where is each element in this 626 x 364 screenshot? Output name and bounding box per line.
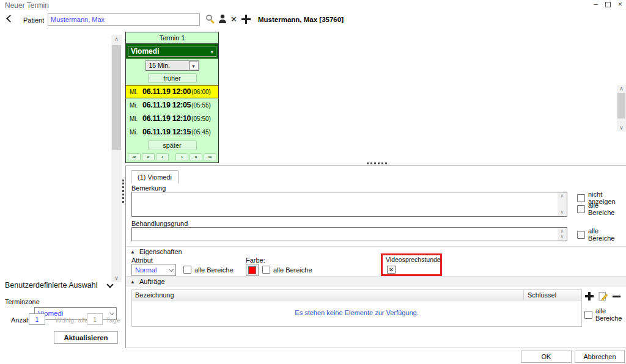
footer-divider (125, 348, 626, 348)
panel-divider (125, 166, 126, 348)
tage-label: Tage (106, 316, 120, 324)
person-icon[interactable] (218, 14, 227, 24)
wdhlg-label: Wdhlg. alle (55, 316, 88, 324)
alle-bereiche-checkbox[interactable] (577, 231, 585, 239)
chevron-down-icon: ▾ (210, 47, 213, 57)
tab-viomedi[interactable]: (1) Viomedi (131, 170, 179, 184)
nicht-anzeigen-checkbox[interactable] (577, 194, 585, 202)
combo-arrow-icon[interactable]: ▼ (189, 61, 199, 70)
later-row: später (126, 139, 218, 153)
slot-row[interactable]: Mi. 06.11.19 12:10 (05:50) (126, 112, 218, 125)
alle-bereiche-checkbox[interactable] (262, 266, 270, 274)
color-swatch (248, 266, 256, 274)
slot-offset: (06:00) (191, 89, 211, 95)
scroll-up-icon[interactable]: ∧ (558, 193, 567, 199)
nav-prev-page-button[interactable]: ‹‹ (142, 153, 155, 161)
search-icon[interactable] (206, 15, 216, 24)
new-appointment-window: Neuer Termin – × Patient ✕ Mustermann, M… (0, 0, 626, 364)
ok-button[interactable]: OK (521, 351, 572, 363)
scrollbar-thumb[interactable] (112, 45, 121, 150)
close-icon[interactable]: × (618, 1, 622, 8)
table-body: Es stehen keine Elemente zur Verfügung. (132, 300, 581, 326)
appointment-slot-panel: Termin 1 Viomedi ▾ 15 Min. ▼ früher Mi. … (125, 32, 219, 163)
column-bezeichnung[interactable]: Bezeichnung (132, 290, 523, 300)
duration-select[interactable]: 15 Min. ▼ (145, 60, 199, 71)
alle-bereiche-checkbox[interactable] (577, 205, 585, 213)
scroll-down-icon[interactable]: ∨ (558, 209, 567, 216)
behandlungsgrund-field-wrap: ∧ ∨ (131, 227, 567, 241)
nav-next-button[interactable]: › (175, 153, 188, 161)
table-header: Bezeichnung Schlüssel (132, 290, 581, 300)
add-patient-icon[interactable] (241, 15, 251, 24)
remove-order-icon[interactable] (613, 296, 620, 297)
behandlungsgrund-textarea[interactable] (132, 228, 567, 241)
auftraege-title: Aufträge (139, 278, 165, 285)
clear-patient-icon[interactable]: ✕ (230, 15, 237, 24)
bemerkung-scrollbar[interactable]: ∧ ∨ (558, 192, 567, 216)
terminzone-label: Terminzone (5, 298, 40, 305)
scroll-down-icon[interactable]: ∨ (111, 274, 122, 282)
alle-bereiche-checkbox[interactable] (183, 266, 191, 274)
nav-prev-button[interactable]: ‹ (156, 153, 169, 161)
back-chevron-icon[interactable] (6, 15, 14, 23)
attribut-value: Normal (135, 266, 156, 274)
slot-row-selected[interactable]: Mi. 06.11.19 12:00 (06:00) (126, 85, 218, 98)
alle-bereiche-label: alle Bereiche (588, 227, 626, 242)
bemerkung-label: Bemerkung (131, 184, 166, 192)
attribut-label: Attribut (131, 257, 153, 264)
bemerkung-alle-bereiche-option: alle Bereiche (577, 202, 626, 216)
left-scrollbar[interactable]: ∧ ∨ (111, 35, 122, 282)
slot-day: Mi. (130, 89, 142, 95)
alle-bereiche-label: alle Bereiche (595, 307, 626, 322)
minimize-icon[interactable]: – (594, 1, 598, 8)
zone-select[interactable]: Viomedi ▾ (128, 46, 216, 57)
scrollbar-thumb[interactable] (617, 93, 625, 118)
section-divider (126, 246, 626, 247)
videosprechstunde-checkbox[interactable]: ✕ (387, 266, 396, 274)
vertical-splitter-handle[interactable] (122, 180, 124, 203)
maximize-icon[interactable] (605, 2, 611, 7)
right-scrollbar[interactable]: ∧ ∨ (617, 85, 626, 131)
nav-last-button[interactable]: ››› (204, 153, 216, 161)
scroll-up-icon[interactable]: ∧ (111, 35, 122, 43)
chevron-down-icon[interactable] (106, 281, 113, 288)
custom-selection-header[interactable]: Benutzerdefinierte Auswahl (5, 281, 97, 289)
scroll-up-icon[interactable]: ∧ (617, 85, 626, 92)
slot-datetime: 06.11.19 12:00 (142, 87, 191, 96)
cancel-button[interactable]: Abbrechen (575, 351, 625, 363)
eigenschaften-section-header[interactable]: ▲ Eigenschaften (130, 248, 182, 255)
color-picker-button[interactable] (246, 264, 259, 276)
collapse-icon[interactable]: ▲ (130, 249, 135, 255)
slot-row[interactable]: Mi. 06.11.19 12:15 (05:45) (126, 125, 218, 139)
scroll-down-icon[interactable]: ∨ (617, 124, 626, 131)
alle-bereiche-label: alle Bereiche (273, 266, 312, 274)
add-order-icon[interactable] (585, 292, 594, 300)
appointment-title: Termin 1 (126, 32, 218, 44)
slot-datetime: 06.11.19 12:05 (142, 101, 191, 109)
alle-bereiche-checkbox[interactable] (584, 311, 592, 319)
bemerkung-textarea[interactable] (132, 192, 567, 216)
earlier-button[interactable]: früher (148, 73, 197, 83)
behandlungsgrund-scrollbar[interactable]: ∧ ∨ (558, 228, 567, 241)
auftraege-section-header[interactable]: ▲ Aufträge (126, 277, 626, 285)
attribut-select[interactable]: Normal (131, 264, 176, 276)
eigenschaften-title: Eigenschaften (139, 248, 182, 255)
horizontal-splitter-handle[interactable] (367, 162, 387, 164)
collapse-icon[interactable]: ▲ (130, 279, 135, 285)
scroll-down-icon[interactable]: ∨ (558, 234, 567, 240)
auftraege-table: Bezeichnung Schlüssel Es stehen keine El… (131, 289, 582, 327)
videosprechstunde-highlight: Videosprechstunde ✕ (381, 253, 442, 276)
anzahl-input[interactable] (29, 313, 45, 325)
slot-row[interactable]: Mi. 06.11.19 12:05 (05:55) (126, 98, 218, 112)
bemerkung-field-wrap: ∧ ∨ (131, 192, 567, 217)
wdhlg-input[interactable] (87, 313, 103, 325)
patient-input[interactable] (48, 13, 200, 26)
column-schluessel[interactable]: Schlüssel (523, 290, 581, 300)
refresh-button[interactable]: Aktualisieren (54, 331, 118, 344)
later-button[interactable]: später (148, 140, 197, 150)
edit-order-icon[interactable] (598, 291, 608, 301)
nav-first-button[interactable]: ‹‹‹ (128, 153, 141, 161)
duration-value: 15 Min. (146, 61, 189, 70)
nav-next-page-button[interactable]: ›› (190, 153, 202, 161)
window-controls: – × (594, 1, 622, 8)
